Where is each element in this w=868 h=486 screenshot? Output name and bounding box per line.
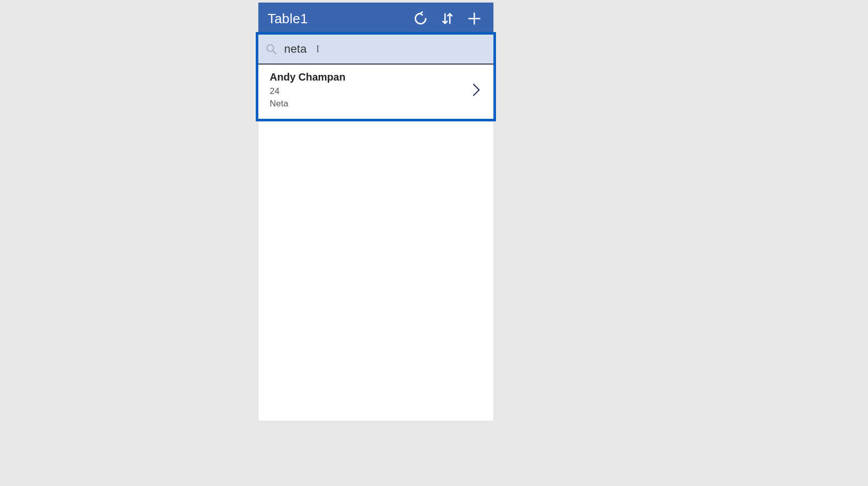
list-item[interactable]: Andy Champan 24 Neta (258, 65, 493, 119)
sort-icon (440, 11, 455, 26)
results-list: Andy Champan 24 Neta (258, 65, 493, 119)
refresh-icon (413, 11, 428, 26)
app-frame: Table1 (258, 3, 493, 421)
sort-button[interactable] (436, 7, 459, 30)
chevron-right-icon (469, 82, 484, 98)
search-icon (264, 41, 279, 57)
item-title: Andy Champan (270, 71, 469, 83)
plus-icon (467, 11, 482, 26)
page-title: Table1 (268, 11, 406, 27)
list-item-body: Andy Champan 24 Neta (270, 71, 469, 109)
app-header: Table1 (258, 3, 493, 35)
add-button[interactable] (462, 7, 486, 30)
item-subtitle-1: 24 (270, 86, 469, 97)
refresh-button[interactable] (409, 7, 432, 30)
highlighted-region: I Andy Champan 24 Neta (256, 32, 496, 121)
svg-line-5 (273, 51, 276, 54)
search-input[interactable] (283, 40, 489, 58)
item-subtitle-2: Neta (270, 99, 469, 109)
search-row: I (258, 35, 493, 65)
